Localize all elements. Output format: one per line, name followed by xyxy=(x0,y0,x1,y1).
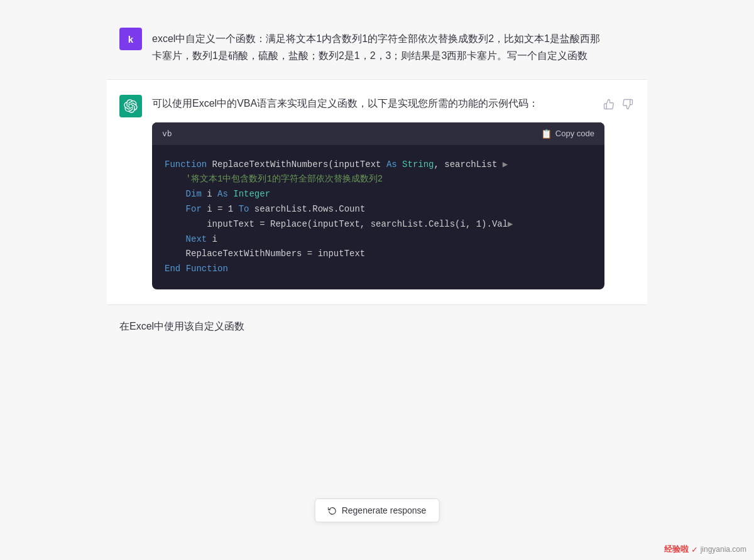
code-line-1: Function ReplaceTextWithNumbers(inputTex… xyxy=(165,158,592,173)
avatar-letter: k xyxy=(128,34,133,45)
thumbs-up-icon xyxy=(603,99,615,110)
regenerate-button[interactable]: Regenerate response xyxy=(315,498,440,522)
copy-icon: 📋 xyxy=(541,129,552,139)
user-message: k excel中自定义一个函数：满足将文本1内含数列1的字符全部依次替换成数列2… xyxy=(107,13,647,79)
assistant-message: 可以使用Excel中的VBA语言来实现自定义函数，以下是实现您所需的功能的示例代… xyxy=(107,79,647,305)
regenerate-icon xyxy=(328,506,337,515)
thumbs-down-icon xyxy=(622,99,633,110)
chat-container: k excel中自定义一个函数：满足将文本1内含数列1的字符全部依次替换成数列2… xyxy=(107,0,647,384)
code-line-6: Next i xyxy=(165,232,592,247)
code-line-8: End Function xyxy=(165,262,592,277)
assistant-intro-text: 可以使用Excel中的VBA语言来实现自定义函数，以下是实现您所需的功能的示例代… xyxy=(152,95,604,112)
assistant-avatar xyxy=(119,95,142,117)
thumbs-down-button[interactable] xyxy=(621,97,635,114)
bottom-text: 在Excel中使用该自定义函数 xyxy=(107,305,647,333)
openai-icon xyxy=(124,99,138,113)
user-text: excel中自定义一个函数：满足将文本1内含数列1的字符全部依次替换成数列2，比… xyxy=(152,28,604,64)
code-line-5: inputText = Replace(inputText, searchLis… xyxy=(165,217,592,232)
regenerate-label: Regenerate response xyxy=(342,505,427,515)
watermark-text: 经验啦 xyxy=(664,544,689,555)
code-line-3: Dim i As Integer xyxy=(165,187,592,202)
watermark: 经验啦 ✓ jingyania.com xyxy=(664,544,746,555)
bottom-text-content: 在Excel中使用该自定义函数 xyxy=(119,321,244,331)
code-block: vb 📋 Copy code Function ReplaceTextWithN… xyxy=(152,122,604,289)
copy-code-button[interactable]: 📋 Copy code xyxy=(541,129,594,139)
watermark-url: jingyania.com xyxy=(701,545,746,554)
feedback-icons xyxy=(602,97,635,114)
assistant-content: 可以使用Excel中的VBA语言来实现自定义函数，以下是实现您所需的功能的示例代… xyxy=(152,95,604,289)
code-content: Function ReplaceTextWithNumbers(inputTex… xyxy=(152,145,604,289)
copy-label: Copy code xyxy=(555,129,594,138)
code-line-7: ReplaceTextWithNumbers = inputText xyxy=(165,247,592,262)
code-line-4: For i = 1 To searchList.Rows.Count xyxy=(165,202,592,217)
thumbs-up-button[interactable] xyxy=(602,97,616,114)
user-avatar: k xyxy=(119,28,142,50)
code-language: vb xyxy=(162,129,172,138)
code-header: vb 📋 Copy code xyxy=(152,122,604,145)
code-line-2: '将文本1中包含数列1的字符全部依次替换成数列2 xyxy=(165,172,592,187)
regenerate-bar: Regenerate response xyxy=(315,498,440,522)
